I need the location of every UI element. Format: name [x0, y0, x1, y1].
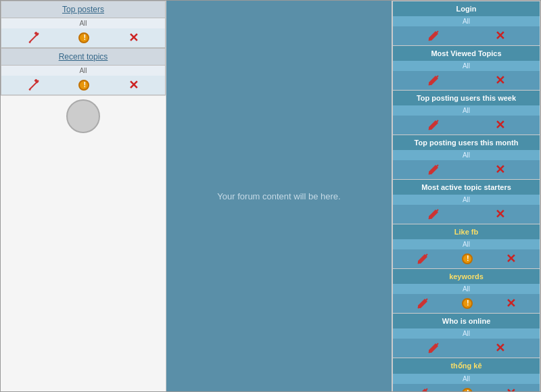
- widget-keywords: keywords All ✕: [392, 268, 540, 313]
- widget-most-viewed-topics-title: Most Viewed Topics: [393, 46, 540, 61]
- delete-icon-top-week[interactable]: ✕: [495, 119, 505, 131]
- widget-thong-ke-sub: All: [393, 374, 540, 384]
- left-sidebar-content: [1, 136, 166, 391]
- edit-icon-recent-topics[interactable]: [28, 79, 40, 91]
- edit-icon-keywords[interactable]: [417, 297, 429, 310]
- svg-marker-13: [429, 165, 438, 174]
- widget-top-posters-link[interactable]: Top posters: [62, 5, 104, 14]
- forum-placeholder-text: Your forum content will be here.: [217, 191, 340, 201]
- widget-recent-topics-link[interactable]: Recent topics: [59, 52, 108, 62]
- widget-thong-ke: thống kê All ✕: [392, 358, 540, 391]
- widget-who-is-online: Who is online All ✕: [392, 313, 540, 358]
- widget-most-active-starters: Most active topic starters All ✕: [392, 179, 540, 224]
- widget-top-posting-month-sub: All: [393, 150, 540, 160]
- widget-who-is-online-sub: All: [393, 328, 540, 339]
- edit-icon-most-viewed[interactable]: [427, 74, 440, 87]
- delete-icon-recent-topics[interactable]: ✕: [128, 79, 139, 91]
- widget-keywords-link[interactable]: keywords: [449, 272, 484, 280]
- delete-icon-who-online[interactable]: ✕: [495, 342, 505, 354]
- edit-icon-who-online[interactable]: [427, 342, 440, 354]
- widget-like-fb: Like fb All ✕: [392, 224, 540, 268]
- widget-keywords-title[interactable]: keywords: [393, 269, 540, 284]
- avatar-area: [1, 95, 166, 136]
- widget-top-posting-week-sub: All: [393, 105, 540, 116]
- svg-rect-1: [34, 32, 39, 36]
- svg-marker-7: [429, 31, 438, 41]
- widget-top-posters: Top posters All ✕: [1, 1, 166, 48]
- widget-recent-topics-icons: ✕: [1, 76, 165, 95]
- edit-icon-like-fb[interactable]: [417, 253, 429, 265]
- widget-who-is-online-icons: ✕: [393, 339, 540, 358]
- edit-icon-most-active[interactable]: [427, 208, 440, 220]
- widget-like-fb-link[interactable]: Like fb: [454, 228, 478, 236]
- svg-marker-17: [418, 254, 427, 264]
- widget-most-viewed-topics-sub: All: [393, 61, 540, 71]
- widget-keywords-icons: ✕: [393, 294, 540, 313]
- widget-login: Login All ✕: [392, 1, 540, 45]
- svg-marker-19: [418, 299, 427, 308]
- info-icon-keywords[interactable]: [462, 298, 473, 309]
- svg-marker-21: [429, 343, 438, 353]
- delete-icon-like-fb[interactable]: ✕: [506, 253, 516, 265]
- widget-top-posting-week-icons: ✕: [393, 116, 540, 134]
- center-content: Your forum content will be here.: [166, 1, 392, 391]
- edit-icon-thong-ke[interactable]: [417, 387, 429, 391]
- widget-top-posters-title[interactable]: Top posters: [1, 1, 165, 18]
- widget-top-posting-month-title: Top posting users this month: [393, 135, 540, 150]
- info-icon-thong-ke[interactable]: [462, 388, 473, 391]
- edit-icon-top-week[interactable]: [427, 119, 440, 131]
- widget-recent-topics-sub: All: [1, 66, 165, 76]
- widget-top-posting-month-icons: ✕: [393, 160, 540, 179]
- info-icon-like-fb[interactable]: [462, 253, 473, 264]
- widget-top-posting-month: Top posting users this month All ✕: [392, 134, 540, 179]
- widget-most-active-starters-icons: ✕: [393, 205, 540, 224]
- info-icon-top-posters[interactable]: [78, 32, 89, 43]
- delete-icon-most-active[interactable]: ✕: [495, 208, 505, 220]
- widget-login-title: Login: [393, 1, 540, 16]
- widget-top-posting-week-title: Top posting users this week: [393, 91, 540, 105]
- widget-thong-ke-title[interactable]: thống kê: [393, 358, 540, 374]
- widget-top-posters-icons: ✕: [1, 28, 165, 47]
- delete-icon-keywords[interactable]: ✕: [506, 297, 516, 310]
- widget-like-fb-title[interactable]: Like fb: [393, 224, 540, 239]
- widget-most-viewed-topics-icons: ✕: [393, 71, 540, 90]
- widget-top-posters-sub: All: [1, 18, 165, 28]
- widget-recent-topics: Recent topics All ✕: [1, 48, 166, 95]
- edit-icon-top-posters[interactable]: [28, 32, 40, 44]
- widget-login-sub: All: [393, 16, 540, 26]
- widget-top-posting-week: Top posting users this week All ✕: [392, 90, 540, 134]
- svg-marker-11: [429, 120, 438, 130]
- edit-icon-login[interactable]: [427, 30, 440, 42]
- widget-recent-topics-title[interactable]: Recent topics: [1, 49, 165, 66]
- widget-like-fb-icons: ✕: [393, 249, 540, 268]
- left-sidebar: Top posters All ✕: [1, 1, 166, 391]
- widget-most-viewed-topics: Most Viewed Topics All ✕: [392, 45, 540, 90]
- delete-icon-top-posters[interactable]: ✕: [128, 32, 139, 44]
- svg-marker-15: [429, 210, 438, 219]
- delete-icon-thong-ke[interactable]: ✕: [506, 387, 516, 391]
- widget-most-active-starters-title: Most active topic starters: [393, 180, 540, 195]
- info-icon-recent-topics[interactable]: [78, 80, 89, 91]
- svg-marker-9: [429, 76, 438, 85]
- edit-icon-top-month[interactable]: [427, 164, 440, 176]
- svg-marker-23: [418, 389, 427, 391]
- widget-like-fb-sub: All: [393, 239, 540, 249]
- widget-login-icons: ✕: [393, 26, 540, 45]
- widget-keywords-sub: All: [393, 284, 540, 294]
- delete-icon-login[interactable]: ✕: [495, 30, 505, 42]
- widget-thong-ke-icons: ✕: [393, 384, 540, 391]
- delete-icon-most-viewed[interactable]: ✕: [495, 74, 505, 87]
- widget-thong-ke-link[interactable]: thống kê: [450, 362, 481, 370]
- main-layout: Top posters All ✕: [0, 0, 541, 392]
- widget-who-is-online-title: Who is online: [393, 314, 540, 328]
- avatar: [66, 99, 100, 133]
- svg-rect-4: [34, 79, 39, 84]
- right-sidebar: Login All ✕ Most Viewed Topics All: [392, 1, 540, 391]
- widget-most-active-starters-sub: All: [393, 195, 540, 205]
- delete-icon-top-month[interactable]: ✕: [495, 164, 505, 176]
